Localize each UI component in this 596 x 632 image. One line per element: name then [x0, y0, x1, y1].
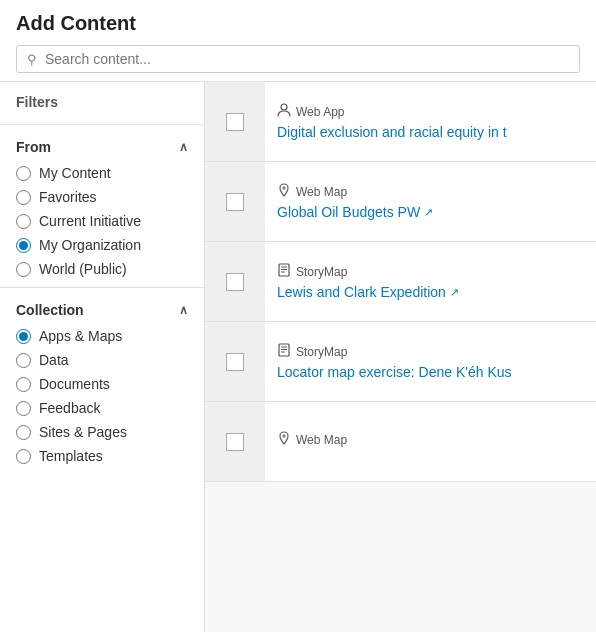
radio-current-initiative[interactable]: Current Initiative — [16, 209, 188, 233]
item-checkbox-2[interactable] — [226, 193, 244, 211]
radio-label-data: Data — [39, 352, 69, 368]
radio-label-world-public: World (Public) — [39, 261, 127, 277]
item-title-text-4: Locator map exercise: Dene K'éh Kus — [277, 364, 512, 380]
radio-input-sites-pages[interactable] — [16, 425, 31, 440]
radio-label-my-content: My Content — [39, 165, 111, 181]
item-checkbox-5[interactable] — [226, 433, 244, 451]
item-info-2: Web Map Global Oil Budgets PW ↗ — [265, 162, 596, 241]
radio-documents[interactable]: Documents — [16, 372, 188, 396]
from-label: From — [16, 139, 51, 155]
divider-1 — [0, 124, 204, 125]
divider-2 — [0, 287, 204, 288]
collection-radio-group: Apps & Maps Data Documents Feedback Site… — [0, 324, 204, 468]
collection-section-header: Collection ∧ — [0, 294, 204, 324]
item-checkbox-area-2 — [205, 162, 265, 241]
item-title-link-2[interactable]: Global Oil Budgets PW ↗ — [277, 204, 584, 220]
item-type-5: Web Map — [277, 431, 584, 448]
item-type-label-4: StoryMap — [296, 345, 347, 359]
header: Add Content ⚲ — [0, 0, 596, 82]
item-type-label-5: Web Map — [296, 433, 347, 447]
radio-input-world-public[interactable] — [16, 262, 31, 277]
collection-label: Collection — [16, 302, 84, 318]
svg-point-1 — [283, 187, 285, 189]
filters-label: Filters — [0, 94, 204, 118]
collection-chevron-up-icon: ∧ — [179, 303, 188, 317]
list-item: Web App Digital exclusion and racial equ… — [205, 82, 596, 162]
item-type-4: StoryMap — [277, 343, 584, 360]
radio-input-favorites[interactable] — [16, 190, 31, 205]
item-info-3: StoryMap Lewis and Clark Expedition ↗ — [265, 242, 596, 321]
item-checkbox-area-5 — [205, 402, 265, 481]
item-title-link-4[interactable]: Locator map exercise: Dene K'éh Kus — [277, 364, 584, 380]
radio-input-current-initiative[interactable] — [16, 214, 31, 229]
radio-world-public[interactable]: World (Public) — [16, 257, 188, 281]
sidebar: Filters From ∧ My Content Favorites Curr — [0, 82, 205, 632]
radio-input-templates[interactable] — [16, 449, 31, 464]
item-checkbox-area-3 — [205, 242, 265, 321]
item-title-link-3[interactable]: Lewis and Clark Expedition ↗ — [277, 284, 584, 300]
svg-point-10 — [283, 435, 285, 437]
radio-apps-maps[interactable]: Apps & Maps — [16, 324, 188, 348]
item-title-text-1: Digital exclusion and racial equity in t — [277, 124, 507, 140]
radio-label-templates: Templates — [39, 448, 103, 464]
from-radio-group: My Content Favorites Current Initiative … — [0, 161, 204, 281]
radio-label-documents: Documents — [39, 376, 110, 392]
content-area: Web App Digital exclusion and racial equ… — [205, 82, 596, 632]
person-icon — [277, 103, 291, 120]
item-info-5: Web Map — [265, 402, 596, 481]
external-link-icon-3: ↗ — [450, 286, 459, 299]
radio-label-sites-pages: Sites & Pages — [39, 424, 127, 440]
item-title-text-2: Global Oil Budgets PW — [277, 204, 420, 220]
item-title-link-1[interactable]: Digital exclusion and racial equity in t — [277, 124, 584, 140]
radio-input-data[interactable] — [16, 353, 31, 368]
list-item: StoryMap Locator map exercise: Dene K'éh… — [205, 322, 596, 402]
item-type-2: Web Map — [277, 183, 584, 200]
radio-input-my-content[interactable] — [16, 166, 31, 181]
item-info-1: Web App Digital exclusion and racial equ… — [265, 82, 596, 161]
radio-input-apps-maps[interactable] — [16, 329, 31, 344]
body: Filters From ∧ My Content Favorites Curr — [0, 82, 596, 632]
item-checkbox-4[interactable] — [226, 353, 244, 371]
radio-label-feedback: Feedback — [39, 400, 100, 416]
radio-feedback[interactable]: Feedback — [16, 396, 188, 420]
radio-favorites[interactable]: Favorites — [16, 185, 188, 209]
item-checkbox-area-1 — [205, 82, 265, 161]
book-icon — [277, 263, 291, 280]
book-icon-2 — [277, 343, 291, 360]
list-item: StoryMap Lewis and Clark Expedition ↗ — [205, 242, 596, 322]
item-title-text-3: Lewis and Clark Expedition — [277, 284, 446, 300]
radio-input-documents[interactable] — [16, 377, 31, 392]
list-item: Web Map Global Oil Budgets PW ↗ — [205, 162, 596, 242]
radio-my-organization[interactable]: My Organization — [16, 233, 188, 257]
radio-sites-pages[interactable]: Sites & Pages — [16, 420, 188, 444]
radio-label-current-initiative: Current Initiative — [39, 213, 141, 229]
item-type-label-3: StoryMap — [296, 265, 347, 279]
item-type-label-2: Web Map — [296, 185, 347, 199]
radio-input-feedback[interactable] — [16, 401, 31, 416]
from-section-header: From ∧ — [0, 131, 204, 161]
search-input[interactable] — [45, 51, 569, 67]
item-checkbox-1[interactable] — [226, 113, 244, 131]
chevron-up-icon: ∧ — [179, 140, 188, 154]
item-type-3: StoryMap — [277, 263, 584, 280]
item-checkbox-area-4 — [205, 322, 265, 401]
radio-input-my-organization[interactable] — [16, 238, 31, 253]
radio-label-apps-maps: Apps & Maps — [39, 328, 122, 344]
item-checkbox-3[interactable] — [226, 273, 244, 291]
search-bar: ⚲ — [16, 45, 580, 73]
radio-templates[interactable]: Templates — [16, 444, 188, 468]
item-type-1: Web App — [277, 103, 584, 120]
map-pin-icon — [277, 183, 291, 200]
radio-my-content[interactable]: My Content — [16, 161, 188, 185]
radio-label-my-organization: My Organization — [39, 237, 141, 253]
external-link-icon-2: ↗ — [424, 206, 433, 219]
svg-point-0 — [281, 104, 287, 110]
item-type-label-1: Web App — [296, 105, 344, 119]
radio-label-favorites: Favorites — [39, 189, 97, 205]
map-pin-icon-2 — [277, 431, 291, 448]
radio-data[interactable]: Data — [16, 348, 188, 372]
item-info-4: StoryMap Locator map exercise: Dene K'éh… — [265, 322, 596, 401]
search-icon: ⚲ — [27, 52, 37, 67]
list-item: Web Map — [205, 402, 596, 482]
page-title: Add Content — [16, 12, 580, 35]
